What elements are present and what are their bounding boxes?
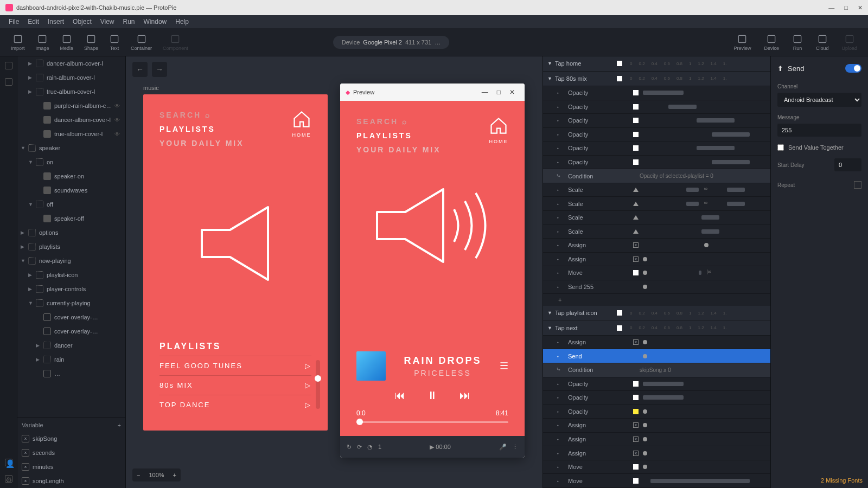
add-variable-button[interactable]: + — [118, 422, 121, 428]
close-button[interactable]: ✕ — [858, 4, 863, 11]
layer-currently-playing[interactable]: ▼currently-playing — [17, 296, 125, 310]
back-button[interactable]: ← — [132, 62, 148, 77]
menu-insert[interactable]: Insert — [43, 18, 68, 25]
response-opacity[interactable]: ⬩Opacity — [543, 128, 770, 142]
send-together-checkbox[interactable] — [777, 144, 784, 151]
menu-file[interactable]: File — [4, 18, 23, 25]
font-warning[interactable]: 2 Missing Fonts — [821, 477, 863, 484]
preview-maximize[interactable]: □ — [493, 88, 505, 96]
response-assign[interactable]: ⬩Assignx — [543, 336, 770, 350]
response-assign[interactable]: ⬩Assignx — [543, 433, 770, 447]
restart-icon[interactable]: ↻ — [347, 444, 352, 451]
variable-seconds[interactable]: xseconds — [17, 446, 125, 460]
reload-icon[interactable]: ⟳ — [357, 444, 362, 451]
menu-object[interactable]: Object — [68, 18, 96, 25]
response-move[interactable]: ⬩Move — [543, 474, 770, 488]
layer-speaker-on[interactable]: speaker-on — [17, 169, 125, 183]
layer-dancer[interactable]: ▶dancer — [17, 338, 125, 352]
response-move[interactable]: ⬩Move — [543, 460, 770, 474]
user-icon[interactable]: 👤 — [5, 459, 12, 466]
pause-button[interactable]: ⏸ — [427, 389, 438, 402]
menu-run[interactable]: Run — [119, 18, 139, 25]
response-scale[interactable]: ⬩Scale — [543, 211, 770, 225]
start-delay-input[interactable] — [834, 158, 861, 171]
prev-button[interactable]: ⏮ — [394, 389, 405, 402]
response-opacity[interactable]: ⬩Opacity — [543, 156, 770, 170]
response-opacity[interactable]: ⬩Opacity — [543, 405, 770, 419]
response-opacity[interactable]: ⬩Opacity — [543, 391, 770, 405]
device-selector[interactable]: Device Google Pixel 2 411 x 731 … — [333, 36, 450, 49]
preview-tool[interactable]: Preview — [728, 31, 756, 53]
response-opacity[interactable]: ⬩Opacity — [543, 142, 770, 156]
device-tool[interactable]: Device — [758, 31, 784, 53]
layer-options[interactable]: ▶options — [17, 226, 125, 240]
layer-true-album-cover-l[interactable]: true-album-cover-l👁 — [17, 127, 125, 141]
response-opacity[interactable]: ⬩Opacity — [543, 86, 770, 100]
layer-cover-overlay-…[interactable]: cover-overlay-… — [17, 310, 125, 324]
layer-dancer-album-cover-l[interactable]: dancer-album-cover-l👁 — [17, 113, 125, 127]
layer-off[interactable]: ▼off — [17, 197, 125, 211]
layer-true-album-cover-l[interactable]: ▶true-album-cover-l — [17, 85, 125, 99]
layer-rain[interactable]: ▶rain — [17, 352, 125, 367]
response-scale[interactable]: ⬩Scale — [543, 225, 770, 239]
menu-edit[interactable]: Edit — [23, 18, 43, 25]
zoom-in[interactable]: + — [169, 472, 181, 478]
trigger-tap-home[interactable]: ▼Tap home00.20.40.60.811.21.41. — [543, 56, 770, 72]
channel-select[interactable]: Android Broadcast — [777, 93, 861, 107]
import-tool[interactable]: Import — [5, 31, 30, 53]
cloud-tool[interactable]: Cloud — [810, 31, 834, 53]
artboard[interactable]: SEARCH PLAYLISTS YOUR DAILY MIX HOME PLA… — [143, 94, 328, 431]
layer-on[interactable]: ▼on — [17, 155, 125, 169]
rail-components-icon[interactable] — [5, 78, 12, 86]
menu-view[interactable]: View — [96, 18, 119, 25]
image-tool[interactable]: Image — [30, 31, 55, 53]
layer-purple-rain-album-cove…[interactable]: purple-rain-album-cove…👁 — [17, 99, 125, 113]
play-icon[interactable]: ▶ — [430, 444, 434, 450]
layer-soundwaves[interactable]: soundwaves — [17, 183, 125, 197]
variable-songLength[interactable]: xsongLength — [17, 474, 125, 488]
response-opacity[interactable]: ⬩Opacity — [543, 100, 770, 114]
zoom-out[interactable]: − — [132, 472, 144, 478]
response-assign[interactable]: ⬩Assignx — [543, 446, 770, 460]
text-tool[interactable]: Text — [104, 31, 125, 53]
response-scale[interactable]: ⬩Scale∞ — [543, 197, 770, 211]
progress-track[interactable] — [356, 421, 508, 423]
layer-cover-overlay-…[interactable]: cover-overlay-… — [17, 324, 125, 338]
rail-scenes-icon[interactable] — [5, 62, 12, 69]
preview-minimize[interactable]: — — [477, 88, 493, 96]
playlist-item[interactable]: TOP DANCE▷ — [159, 395, 311, 414]
trigger-tap-next[interactable]: ▼Tap next00.20.40.60.811.21.41. — [543, 320, 770, 336]
container-tool[interactable]: Container — [125, 31, 157, 53]
layer-playlist-icon[interactable]: ▶playlist-icon — [17, 268, 125, 282]
response-scale[interactable]: ⬩Scale∞ — [543, 183, 770, 197]
response-opacity[interactable]: ⬩Opacity — [543, 377, 770, 391]
layer-rain-album-cover-l[interactable]: ▶rain-album-cover-l — [17, 70, 125, 85]
layer-speaker-off[interactable]: speaker-off — [17, 211, 125, 226]
playlist-menu-icon[interactable]: ☰ — [500, 360, 508, 372]
variable-skipSong[interactable]: xskipSong — [17, 432, 125, 446]
playlist-item[interactable]: 80s MIX▷ — [159, 375, 311, 395]
minimize-button[interactable]: — — [828, 4, 834, 11]
response-move[interactable]: ⬩Move|∞ — [543, 266, 770, 280]
more-icon[interactable]: ⋮ — [512, 444, 518, 451]
repeat-checkbox[interactable] — [854, 181, 861, 189]
preview-close[interactable]: ✕ — [505, 88, 519, 96]
layer-now-playing[interactable]: ▼now-playing — [17, 254, 125, 268]
response-assign[interactable]: ⬩Assignx — [543, 239, 770, 253]
response-send 255[interactable]: ⬩Send 255 — [543, 280, 770, 294]
run-tool[interactable]: Run — [787, 31, 808, 53]
enabled-toggle[interactable] — [845, 64, 861, 73]
add-response[interactable]: + — [543, 294, 770, 306]
response-assign[interactable]: ⬩Assignx — [543, 419, 770, 433]
response-condition[interactable]: ⤷ConditionOpacity of selected-playlist =… — [543, 169, 770, 183]
playlist-item[interactable]: FEEL GOOD TUNES▷ — [159, 356, 311, 375]
settings-icon[interactable]: ⚙ — [5, 475, 12, 483]
menu-window[interactable]: Window — [139, 18, 171, 25]
layer-player-controls[interactable]: ▶player-controls — [17, 282, 125, 296]
response-condition[interactable]: ⤷ConditionskipSong ≥ 0 — [543, 363, 770, 377]
next-button[interactable]: ⏭ — [459, 389, 470, 402]
layer-playlists[interactable]: ▶playlists — [17, 240, 125, 254]
trigger-tap-playlist-icon[interactable]: ▼Tap playlist icon00.20.40.60.811.21.41. — [543, 306, 770, 321]
media-tool[interactable]: Media — [55, 31, 79, 53]
shape-tool[interactable]: Shape — [79, 31, 104, 53]
